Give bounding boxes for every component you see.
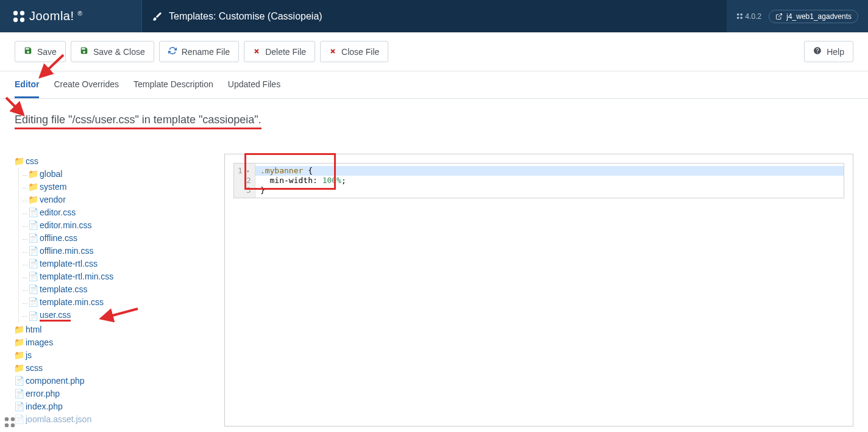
sync-icon [168, 46, 177, 57]
rename-label: Rename File [182, 47, 230, 57]
file-label: user.css [40, 310, 71, 322]
folder-icon: 📁 [29, 169, 37, 179]
tab-overrides[interactable]: Create Overrides [54, 71, 119, 98]
code-selector: .mybanner [260, 166, 303, 175]
file-tree: 📁css 📁global 📁system 📁vendor 📄editor.css… [15, 154, 210, 427]
folder-css[interactable]: 📁css [15, 156, 210, 167]
tab-updated[interactable]: Updated Files [228, 71, 280, 98]
folder-label: vendor [40, 195, 66, 204]
code-value: 100% [322, 176, 341, 185]
file-template-rtl-min-css[interactable]: 📄template-rtl.min.css [29, 271, 210, 282]
folder-icon: 📁 [15, 325, 23, 334]
file-icon: 📄 [29, 246, 37, 256]
folder-icon: 📁 [15, 363, 23, 373]
file-label: index.php [26, 401, 63, 411]
tab-editor[interactable]: Editor [15, 71, 39, 98]
file-component-php[interactable]: 📄component.php [15, 375, 210, 386]
version-text: 4.0.2 [745, 12, 762, 21]
site-name: j4_web1_agadvents [786, 12, 852, 21]
code-colon: : [313, 176, 322, 185]
file-user-css[interactable]: 📄user.css [29, 309, 210, 322]
folder-icon: 📁 [29, 182, 37, 192]
joomla-footer-icon [4, 416, 16, 428]
file-label: offline.css [40, 233, 77, 243]
save-close-label: Save & Close [93, 47, 145, 57]
file-icon: 📄 [29, 233, 37, 243]
toolbar-right: Help [804, 41, 853, 62]
joomla-logo[interactable]: Joomla! ® [12, 9, 82, 23]
tab-bar: Editor Create Overrides Template Descrip… [0, 71, 868, 99]
folder-global[interactable]: 📁global [29, 168, 210, 179]
folder-icon: 📁 [29, 195, 37, 204]
save-icon [24, 46, 32, 57]
file-template-rtl-css[interactable]: 📄template-rtl.css [29, 258, 210, 269]
file-error-php[interactable]: 📄error.php [15, 388, 210, 399]
folder-icon: 📁 [15, 156, 23, 166]
file-icon: 📄 [29, 272, 37, 281]
folder-images[interactable]: 📁images [15, 337, 210, 348]
joomla-mini-icon [736, 13, 743, 20]
help-button[interactable]: Help [804, 41, 853, 62]
svg-point-3 [20, 17, 24, 21]
file-label: editor.css [40, 207, 76, 217]
close-button[interactable]: Close File [320, 41, 388, 62]
logo-trademark: ® [78, 10, 82, 17]
save-button[interactable]: Save [15, 41, 66, 62]
app-header: Joomla! ® Templates: Customise (Cassiope… [0, 0, 868, 32]
editor-pane: 1 ▾ 2 3 .mybanner { min-width: 100%; } [224, 154, 853, 427]
svg-point-1 [20, 10, 24, 15]
folder-label: js [26, 350, 32, 360]
toolbar: Save Save & Close Rename File Delete Fil… [0, 32, 868, 71]
collapse-marker-icon[interactable]: ▾ [243, 168, 251, 175]
file-label: error.php [26, 389, 60, 398]
svg-point-5 [740, 13, 742, 16]
file-label: template.css [40, 284, 88, 294]
folder-label: global [40, 169, 62, 179]
joomla-icon [12, 10, 26, 23]
folder-vendor[interactable]: 📁vendor [29, 194, 210, 205]
gutter: 1 ▾ 2 3 [234, 164, 255, 198]
svg-point-6 [736, 16, 739, 19]
folder-system[interactable]: 📁system [29, 181, 210, 192]
file-index-php[interactable]: 📄index.php [15, 401, 210, 412]
file-icon: 📄 [29, 284, 37, 294]
tab-description[interactable]: Template Description [133, 71, 213, 98]
content-area: Editing file "/css/user.css" in template… [0, 99, 868, 432]
line-number: 3 [238, 185, 251, 195]
toolbar-left: Save Save & Close Rename File Delete Fil… [15, 41, 388, 62]
file-offline-css[interactable]: 📄offline.css [29, 232, 210, 243]
file-editor-css[interactable]: 📄editor.css [29, 207, 210, 218]
file-icon: 📄 [29, 259, 37, 268]
file-label: joomla.asset.json [26, 414, 91, 424]
question-icon [813, 46, 822, 57]
file-label: template.min.css [40, 297, 104, 307]
file-template-css[interactable]: 📄template.css [29, 284, 210, 295]
file-icon: 📄 [15, 376, 23, 386]
help-label: Help [827, 47, 844, 57]
file-joomla-asset-json[interactable]: 📄joomla.asset.json [15, 414, 210, 425]
save-close-button[interactable]: Save & Close [71, 41, 154, 62]
folder-label: images [26, 337, 53, 347]
svg-point-2 [13, 17, 18, 21]
file-template-min-css[interactable]: 📄template.min.css [29, 297, 210, 308]
logo-area: Joomla! ® [0, 9, 141, 23]
code-brace: } [260, 185, 265, 195]
folder-js[interactable]: 📁js [15, 350, 210, 361]
file-icon: 📄 [15, 389, 23, 398]
code-body[interactable]: .mybanner { min-width: 100%; } [255, 164, 844, 198]
file-offline-min-css[interactable]: 📄offline.min.css [29, 245, 210, 256]
save-label: Save [37, 47, 57, 57]
code-editor[interactable]: 1 ▾ 2 3 .mybanner { min-width: 100%; } [233, 163, 844, 198]
line-number: 1 [238, 166, 243, 175]
folder-html[interactable]: 📁html [15, 324, 210, 335]
delete-button[interactable]: Delete File [244, 41, 315, 62]
code-line: .mybanner { [255, 166, 844, 176]
file-icon: 📄 [29, 220, 37, 230]
folder-scss[interactable]: 📁scss [15, 362, 210, 373]
site-link[interactable]: j4_web1_agadvents [769, 10, 858, 23]
file-editor-min-css[interactable]: 📄editor.min.css [29, 220, 210, 231]
rename-button[interactable]: Rename File [159, 41, 239, 62]
svg-point-16 [5, 423, 9, 428]
svg-point-15 [11, 417, 15, 422]
header-right: 4.0.2 j4_web1_agadvents [727, 10, 868, 23]
